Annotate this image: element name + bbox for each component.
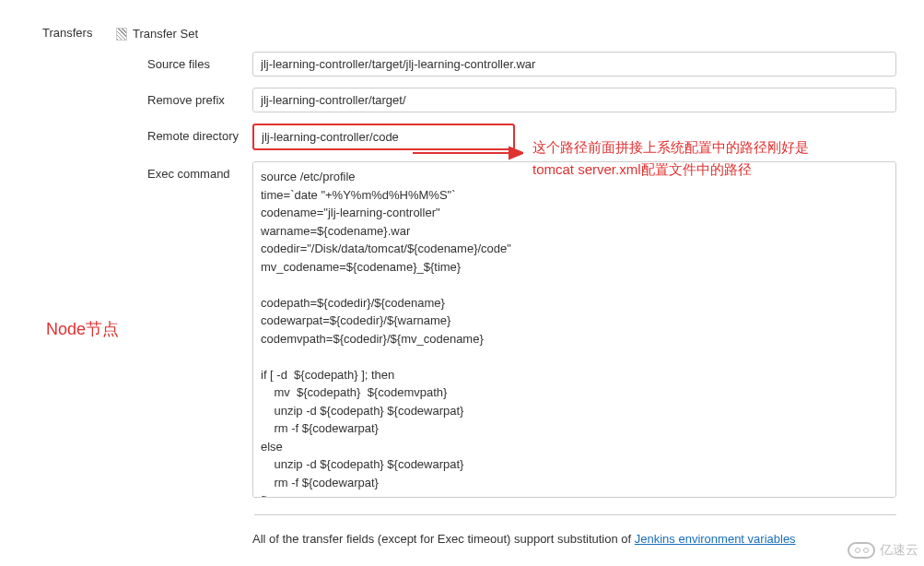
source-files-label: Source files [147,52,252,71]
jenkins-env-vars-link[interactable]: Jenkins environment variables [635,532,796,546]
cloud-icon [848,542,875,559]
remove-prefix-label: Remove prefix [147,88,252,107]
watermark: 亿速云 [848,542,918,559]
node-annotation-text: Node节点 [46,318,119,340]
annotation-text: 这个路径前面拼接上系统配置中的路径刚好是tomcat server.xml配置文… [532,136,846,181]
watermark-text: 亿速云 [880,542,918,559]
drag-handle-icon[interactable] [116,28,127,41]
form-container: Source files Remove prefix Remote direct… [147,52,896,509]
footer-text-content: All of the transfer fields (except for E… [252,532,635,546]
footer-text: All of the transfer fields (except for E… [252,532,796,546]
svg-marker-1 [509,147,523,159]
exec-command-label: Exec command [147,161,252,181]
transfer-set-label: Transfer Set [133,27,198,41]
remove-prefix-row: Remove prefix [147,88,896,112]
source-files-row: Source files [147,52,896,77]
remove-prefix-input[interactable] [252,88,896,112]
transfer-set-header: Transfer Set [116,27,198,41]
separator [254,514,896,515]
arrow-icon [413,144,523,162]
remote-directory-label: Remote directory [147,124,252,143]
source-files-input[interactable] [252,52,896,77]
transfers-section-label: Transfers [42,26,92,40]
exec-command-textarea[interactable] [252,161,896,498]
exec-command-row: Exec command [147,161,896,498]
